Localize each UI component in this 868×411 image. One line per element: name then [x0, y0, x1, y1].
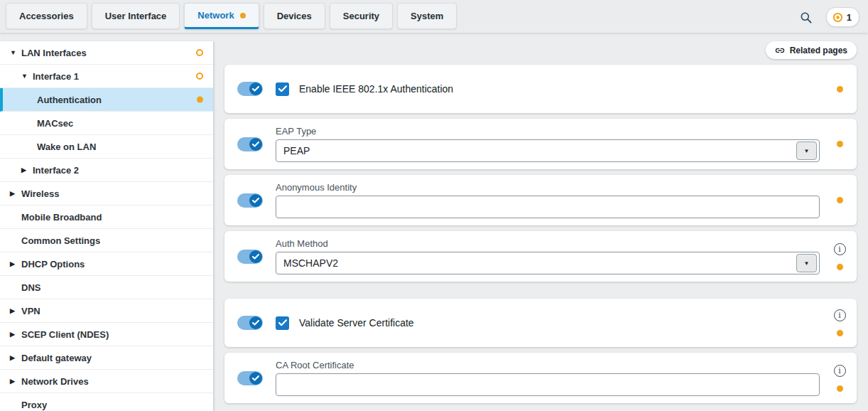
- text-field: [276, 196, 820, 218]
- expand-icon[interactable]: ▶: [10, 191, 20, 197]
- sidebar-item-label: DHCP Options: [21, 259, 85, 269]
- select-value-input[interactable]: [276, 252, 796, 274]
- unsaved-changes-indicator: [837, 86, 843, 92]
- tab-label: Accessories: [19, 11, 74, 21]
- card-indicators: i: [823, 243, 857, 270]
- toggle-zone: [224, 371, 276, 385]
- pending-changes-badge[interactable]: 1: [826, 7, 859, 27]
- sidebar-item-wireless[interactable]: ▶Wireless: [0, 182, 213, 206]
- setting-enabled-toggle[interactable]: [237, 250, 263, 264]
- search-icon[interactable]: [798, 9, 815, 26]
- setting-enabled-toggle[interactable]: [237, 371, 263, 385]
- tab-label: User Interface: [105, 11, 167, 21]
- toggle-zone: [224, 316, 276, 330]
- info-icon[interactable]: i: [834, 243, 846, 255]
- toggle-check-icon: [249, 138, 262, 151]
- text-field: [276, 373, 820, 396]
- tab-security[interactable]: Security: [330, 3, 393, 29]
- sidebar-item-wake-on-lan[interactable]: Wake on LAN: [0, 135, 213, 159]
- field-label: EAP Type: [276, 126, 820, 137]
- setting-enabled-toggle[interactable]: [237, 193, 263, 208]
- card-body: Anonymous Identity: [276, 175, 823, 225]
- sidebar-item-authentication[interactable]: Authentication: [0, 88, 213, 112]
- card-body: CA Root Certificate: [276, 353, 823, 403]
- sidebar-item-label: Default gateway: [21, 353, 92, 363]
- sidebar-item-macsec[interactable]: MACsec: [0, 112, 213, 135]
- collapse-icon[interactable]: ▼: [10, 50, 20, 56]
- tab-accessories[interactable]: Accessories: [6, 3, 87, 29]
- tab-user-interface[interactable]: User Interface: [92, 3, 180, 29]
- expand-icon[interactable]: ▶: [10, 261, 20, 267]
- field-label: Anonymous Identity: [276, 182, 820, 193]
- expand-icon[interactable]: ▶: [21, 167, 31, 174]
- card-indicators: [823, 141, 857, 147]
- checkbox-row[interactable]: Validate Server Certificate: [276, 316, 820, 330]
- card-body: Enable IEEE 802.1x Authentication: [276, 75, 823, 103]
- info-icon[interactable]: i: [834, 365, 846, 377]
- expand-icon[interactable]: ▶: [10, 331, 20, 338]
- setting-card-eap-type: EAP Type▼: [224, 119, 857, 169]
- dropdown-arrow-button[interactable]: ▼: [796, 142, 817, 160]
- tab-label: Security: [343, 11, 379, 21]
- sidebar: ▼LAN Interfaces▼Interface 1Authenticatio…: [0, 41, 213, 411]
- setting-enabled-toggle[interactable]: [237, 316, 263, 330]
- sidebar-item-scep-client-ndes[interactable]: ▶SCEP Client (NDES): [0, 323, 213, 346]
- select-field: ▼: [276, 252, 820, 274]
- select-value-input[interactable]: [276, 140, 796, 161]
- sidebar-item-label: LAN Interfaces: [21, 48, 87, 58]
- setting-card-anonymous-identity: Anonymous Identity: [224, 175, 857, 225]
- topbar-actions: 1: [798, 0, 868, 27]
- select-field: ▼: [276, 139, 820, 162]
- unsaved-changes-indicator: [837, 330, 843, 336]
- sidebar-item-default-gateway[interactable]: ▶Default gateway: [0, 346, 213, 370]
- expand-icon[interactable]: ▶: [10, 308, 20, 314]
- sidebar-item-mobile-broadband[interactable]: Mobile Broadband: [0, 206, 213, 229]
- expand-icon[interactable]: ▶: [10, 378, 20, 385]
- sidebar-item-label: Common Settings: [21, 235, 100, 246]
- checkbox[interactable]: [276, 316, 289, 330]
- checkbox[interactable]: [276, 82, 289, 96]
- sidebar-item-lan-interfaces[interactable]: ▼LAN Interfaces: [0, 41, 213, 65]
- toggle-check-icon: [249, 194, 262, 207]
- tab-network[interactable]: Network: [184, 3, 259, 29]
- related-pages-button[interactable]: Related pages: [766, 41, 857, 59]
- sidebar-item-interface-2[interactable]: ▶Interface 2: [0, 159, 213, 182]
- setting-card-ca-root-certificate: CA Root Certificatei: [224, 353, 857, 403]
- top-navigation-bar: AccessoriesUser InterfaceNetworkDevicesS…: [0, 0, 868, 33]
- card-indicators: i: [823, 365, 857, 392]
- sidebar-item-network-drives[interactable]: ▶Network Drives: [0, 370, 213, 393]
- sidebar-item-label: Proxy: [21, 400, 47, 410]
- sidebar-item-dns[interactable]: DNS: [0, 276, 213, 299]
- toggle-zone: [224, 250, 276, 264]
- setting-enabled-toggle[interactable]: [237, 82, 263, 96]
- expand-icon[interactable]: ▶: [10, 355, 20, 361]
- related-pages-label: Related pages: [790, 46, 847, 55]
- tab-bar: AccessoriesUser InterfaceNetworkDevicesS…: [0, 0, 457, 29]
- sidebar-item-common-settings[interactable]: Common Settings: [0, 229, 213, 252]
- main-header: Related pages: [224, 33, 857, 65]
- sidebar-item-label: SCEP Client (NDES): [21, 329, 109, 340]
- tab-devices[interactable]: Devices: [264, 3, 325, 29]
- tab-system[interactable]: System: [397, 3, 457, 29]
- toggle-zone: [224, 137, 276, 151]
- toggle-check-icon: [249, 372, 262, 385]
- dropdown-arrow-button[interactable]: ▼: [796, 254, 817, 272]
- setting-enabled-toggle[interactable]: [237, 137, 263, 151]
- collapse-icon[interactable]: ▼: [21, 73, 31, 80]
- field-label: CA Root Certificate: [276, 360, 820, 370]
- sidebar-item-dhcp-options[interactable]: ▶DHCP Options: [0, 252, 213, 276]
- sidebar-item-vpn[interactable]: ▶VPN: [0, 299, 213, 323]
- text-input[interactable]: [276, 196, 819, 218]
- main-content: Related pages Enable IEEE 802.1x Authent…: [213, 33, 868, 411]
- card-indicators: [823, 86, 857, 92]
- tab-label: System: [411, 11, 443, 21]
- text-input[interactable]: [276, 374, 819, 395]
- sidebar-item-proxy[interactable]: Proxy: [0, 393, 213, 411]
- card-indicators: i: [823, 309, 857, 336]
- sidebar-item-label: Network Drives: [21, 376, 89, 387]
- sidebar-item-interface-1[interactable]: ▼Interface 1: [0, 65, 213, 88]
- unsaved-changes-indicator: [196, 49, 203, 56]
- info-icon[interactable]: i: [834, 309, 846, 321]
- card-body: Validate Server Certificate: [276, 309, 823, 337]
- checkbox-row[interactable]: Enable IEEE 802.1x Authentication: [276, 82, 820, 96]
